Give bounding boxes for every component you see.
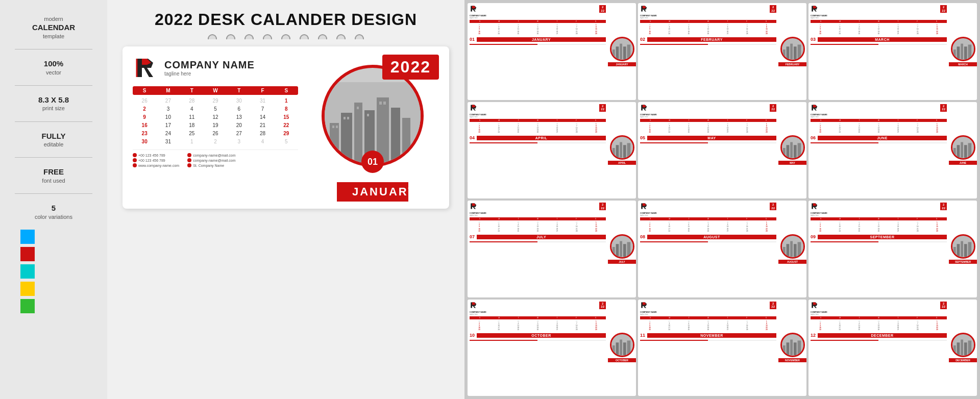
thumb-company-name: COMPANY NAME: [811, 311, 827, 313]
svg-rect-125: [961, 340, 963, 356]
thumb-month-name: JANUARY: [477, 37, 606, 42]
thumb-logo-area: COMPANY NAME tagline here: [811, 104, 827, 118]
thumb-month-name: JUNE: [818, 136, 947, 140]
cal-cell: 17: [156, 121, 180, 129]
thumb-right-month: NOVEMBER: [778, 358, 806, 362]
thumb-right-month: AUGUST: [778, 260, 806, 264]
thumb-cal-header: SMTWTFS: [811, 20, 947, 23]
thumb-bottom: 08 AUGUST: [640, 234, 776, 239]
thumb-circle: [951, 135, 975, 160]
svg-rect-33: [782, 49, 785, 59]
thumb-footer-line: [811, 241, 947, 242]
cal-cell: 26: [133, 97, 156, 105]
svg-rect-98: [961, 241, 963, 257]
thumb-cal-body: 2627282930311 2345678 9101112131415 1617…: [470, 24, 606, 35]
svg-rect-87: [782, 247, 785, 257]
thumb-year: 2 22: [770, 5, 776, 13]
thumb-cal-header: SMTWTFS: [811, 217, 947, 220]
svg-rect-73: [968, 143, 971, 158]
thumb-footer-line: [811, 142, 947, 143]
svg-rect-69: [953, 148, 955, 158]
thumb-month-name: NOVEMBER: [647, 333, 776, 338]
thumb-bottom: 03 MARCH: [811, 37, 947, 42]
cal-cell: 19: [204, 121, 227, 129]
cal-cell: 11: [180, 113, 204, 121]
thumb-month-num: 02: [640, 37, 645, 42]
thumb-header: COMPANY NAME tagline here 2 22: [811, 203, 947, 216]
svg-rect-107: [620, 340, 622, 356]
thumbnail-card: COMPANY NAME tagline here 2 22 SMTWTFS 2…: [808, 300, 977, 396]
sidebar-calendar-big: CALENDAR: [32, 22, 75, 33]
thumb-cal-header: SMTWTFS: [470, 316, 606, 319]
cal-cell: 16: [133, 121, 156, 129]
spiral-dot: [226, 34, 235, 39]
thumb-right: SEPTEMBER: [949, 201, 977, 297]
thumb-left: COMPANY NAME tagline here 2 22 SMTWTFS 2…: [468, 201, 608, 297]
cal-cell: 3: [156, 105, 180, 113]
thumb-header: COMPANY NAME tagline here 2 22: [811, 302, 947, 315]
thumb-month-num: 04: [470, 135, 475, 140]
thumb-right: JUNE: [949, 102, 977, 199]
thumb-cal-header: SMTWTFS: [470, 119, 606, 122]
thumb-logo-icon: [640, 5, 651, 12]
thumb-left: COMPANY NAME tagline here 2 22 SMTWTFS 2…: [808, 300, 949, 396]
card-left: COMPANY NAME tagline here S M T W T F S …: [133, 55, 298, 202]
spiral-dot: [355, 34, 364, 39]
svg-rect-34: [786, 46, 789, 59]
sidebar-variations-sub: color variations: [35, 213, 72, 220]
thumb-logo-area: COMPANY NAME tagline here: [811, 5, 827, 19]
address-text: St. Company Name: [193, 164, 224, 167]
thumbnail-card: COMPANY NAME tagline here 2 22 SMTWTFS 2…: [468, 300, 636, 396]
thumb-logo-icon: [470, 203, 481, 210]
thumb-logo-icon: [640, 302, 651, 309]
thumb-right-month: MAY: [778, 161, 806, 165]
web-icon: [133, 163, 137, 167]
thumb-tagline: tagline here: [470, 313, 486, 315]
svg-rect-14: [344, 117, 346, 119]
cal-cell: 13: [227, 113, 251, 121]
thumb-right-month: JULY: [608, 260, 636, 264]
thumb-month-name: AUGUST: [647, 235, 776, 239]
color-swatches: [5, 230, 102, 313]
thumb-tagline: tagline here: [470, 116, 486, 118]
thumb-tagline: tagline here: [811, 313, 827, 315]
thumb-month-name: JULY: [477, 235, 606, 239]
thumb-right: AUGUST: [778, 201, 806, 297]
cal-cell: 20: [227, 121, 251, 129]
cal-cell: 8: [275, 105, 298, 113]
thumb-cal-header: SMTWTFS: [811, 316, 947, 319]
thumb-company-name: COMPANY NAME: [640, 113, 657, 116]
thumb-city-svg: [782, 335, 803, 356]
thumb-left: COMPANY NAME tagline here 2 22 SMTWTFS 2…: [468, 3, 608, 100]
thumb-logo-area: COMPANY NAME tagline here: [640, 302, 657, 315]
thumb-bottom: 01 JANUARY: [470, 37, 606, 42]
company-logo-icon: [133, 55, 159, 81]
thumb-city-svg: [782, 138, 803, 158]
cal-header-s1: S: [133, 88, 156, 93]
svg-rect-7: [354, 103, 362, 164]
thumb-cal-body: 2627282930311 2345678 9101112131415 1617…: [811, 221, 947, 232]
thumb-company-name: COMPANY NAME: [470, 113, 486, 116]
thumb-city-svg: [782, 39, 803, 60]
thumb-right-month: OCTOBER: [608, 358, 636, 362]
thumbnail-card: COMPANY NAME tagline here 2 22 SMTWTFS 2…: [808, 102, 977, 199]
svg-rect-89: [790, 241, 793, 257]
contact-phone1: +00 123 456 789: [133, 153, 179, 157]
thumb-tagline: tagline here: [640, 116, 657, 118]
thumb-tagline: tagline here: [811, 17, 827, 19]
thumb-header: COMPANY NAME tagline here 2 22: [470, 104, 606, 118]
thumb-month-name: SEPTEMBER: [818, 235, 947, 239]
thumb-bottom: 11 NOVEMBER: [640, 333, 776, 338]
sidebar-divider-5: [15, 193, 92, 194]
email1-text: company-name@mail.com: [193, 154, 235, 157]
cal-header-f: F: [251, 88, 274, 93]
thumbnail-card: COMPANY NAME tagline here 2 22 SMTWTFS 2…: [468, 201, 636, 297]
thumb-header: COMPANY NAME tagline here 2 22: [640, 104, 776, 118]
thumb-header: COMPANY NAME tagline here 2 22: [640, 203, 776, 216]
phone-icon-2: [133, 158, 137, 162]
svg-rect-60: [782, 148, 785, 158]
thumb-cal-body: 2627282930311 2345678 9101112131415 1617…: [811, 123, 947, 134]
sidebar-colors-label: 5 color variations: [35, 203, 72, 220]
thumb-logo-area: COMPANY NAME tagline here: [470, 104, 486, 118]
svg-rect-6: [341, 113, 352, 164]
